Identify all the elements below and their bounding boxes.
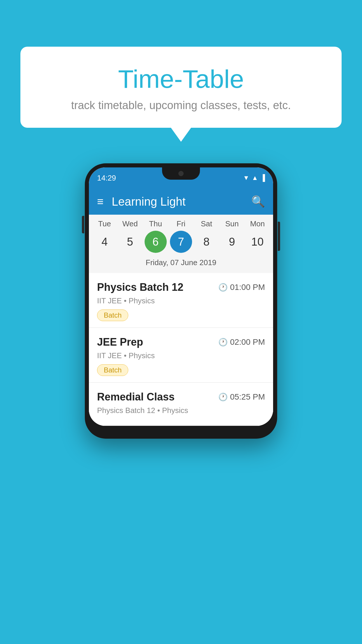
status-time: 14:29 [97, 174, 116, 183]
day-5[interactable]: 5 [119, 231, 141, 253]
day-label-wed: Wed [119, 219, 141, 228]
app-title: Learning Light [112, 195, 251, 208]
day-6-today[interactable]: 6 [145, 231, 167, 253]
phone-bottom-bar [89, 426, 273, 435]
selected-date-label: Friday, 07 June 2019 [89, 256, 273, 271]
event-item-2[interactable]: JEE Prep 🕐 02:00 PM IIT JEE • Physics Ba… [89, 328, 273, 383]
page-subtitle: track timetable, upcoming classes, tests… [35, 99, 327, 112]
event-time-value-2: 02:00 PM [230, 337, 265, 347]
event-title-2: JEE Prep [97, 336, 143, 348]
calendar-strip: Tue Wed Thu Fri Sat Sun Mon 4 5 6 7 8 9 … [89, 215, 273, 273]
day-8[interactable]: 8 [195, 231, 217, 253]
event-subtitle-1: IIT JEE • Physics [97, 296, 265, 305]
event-item-1[interactable]: Physics Batch 12 🕐 01:00 PM IIT JEE • Ph… [89, 273, 273, 328]
event-list: Physics Batch 12 🕐 01:00 PM IIT JEE • Ph… [89, 273, 273, 426]
event-time-3: 🕐 05:25 PM [218, 392, 265, 402]
day-10[interactable]: 10 [246, 231, 268, 253]
speech-bubble-container: Time-Table track timetable, upcoming cla… [20, 47, 342, 128]
page-title: Time-Table [35, 64, 327, 94]
notch [162, 167, 200, 180]
clock-icon-2: 🕐 [218, 338, 228, 347]
day-9[interactable]: 9 [221, 231, 243, 253]
day-headers: Tue Wed Thu Fri Sat Sun Mon [89, 219, 273, 228]
event-header-1: Physics Batch 12 🕐 01:00 PM [97, 281, 265, 293]
status-bar: 14:29 ▼ ▲ ▐ [89, 167, 273, 188]
day-label-tue: Tue [94, 219, 116, 228]
clock-icon-3: 🕐 [218, 393, 228, 402]
event-subtitle-2: IIT JEE • Physics [97, 351, 265, 360]
batch-badge-2: Batch [97, 364, 128, 376]
day-label-fri: Fri [170, 219, 192, 228]
day-label-sat: Sat [195, 219, 217, 228]
event-time-value-3: 05:25 PM [230, 392, 265, 402]
clock-icon-1: 🕐 [218, 283, 228, 292]
status-icons: ▼ ▲ ▐ [243, 174, 265, 182]
event-time-value-1: 01:00 PM [230, 283, 265, 292]
search-icon[interactable]: 🔍 [251, 195, 265, 208]
day-7-selected[interactable]: 7 [170, 231, 192, 253]
camera [178, 171, 184, 176]
event-title-1: Physics Batch 12 [97, 281, 183, 293]
batch-badge-1: Batch [97, 309, 128, 321]
event-item-3[interactable]: Remedial Class 🕐 05:25 PM Physics Batch … [89, 383, 273, 426]
event-header-2: JEE Prep 🕐 02:00 PM [97, 336, 265, 348]
event-time-1: 🕐 01:00 PM [218, 283, 265, 292]
day-numbers: 4 5 6 7 8 9 10 [89, 231, 273, 253]
day-label-sun: Sun [221, 219, 243, 228]
phone-screen: 14:29 ▼ ▲ ▐ ≡ Learning Light 🔍 Tue [89, 167, 273, 426]
phone-mockup: 14:29 ▼ ▲ ▐ ≡ Learning Light 🔍 Tue [85, 163, 277, 439]
speech-bubble: Time-Table track timetable, upcoming cla… [20, 47, 342, 128]
event-subtitle-3: Physics Batch 12 • Physics [97, 406, 265, 415]
day-4[interactable]: 4 [94, 231, 116, 253]
day-label-thu: Thu [145, 219, 167, 228]
wifi-icon: ▼ [243, 174, 249, 182]
event-time-2: 🕐 02:00 PM [218, 337, 265, 347]
event-title-3: Remedial Class [97, 391, 175, 403]
battery-icon: ▐ [260, 174, 265, 182]
menu-icon[interactable]: ≡ [97, 195, 103, 208]
day-label-mon: Mon [246, 219, 268, 228]
app-bar: ≡ Learning Light 🔍 [89, 188, 273, 215]
phone-outer: 14:29 ▼ ▲ ▐ ≡ Learning Light 🔍 Tue [85, 163, 277, 439]
signal-icon: ▲ [252, 174, 258, 182]
event-header-3: Remedial Class 🕐 05:25 PM [97, 391, 265, 403]
